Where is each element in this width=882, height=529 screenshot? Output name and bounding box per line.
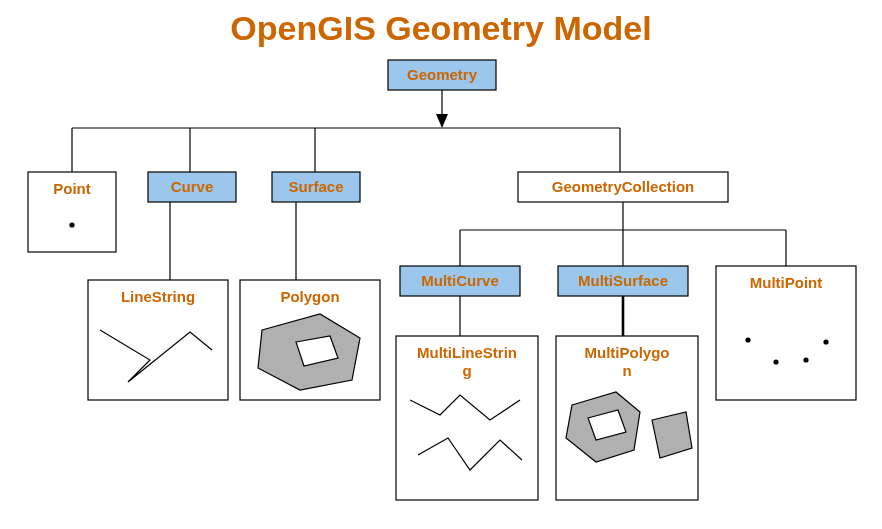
svg-point-4 bbox=[803, 357, 808, 362]
svg-point-3 bbox=[773, 359, 778, 364]
label-point: Point bbox=[53, 180, 91, 197]
label-multilinestring-1: MultiLineStrin bbox=[417, 344, 517, 361]
label-multilinestring-2: g bbox=[462, 362, 471, 379]
label-multicurve: MultiCurve bbox=[421, 272, 499, 289]
label-geometry: Geometry bbox=[407, 66, 478, 83]
svg-point-5 bbox=[823, 339, 828, 344]
svg-point-2 bbox=[745, 337, 750, 342]
point-dot-icon bbox=[69, 222, 74, 227]
diagram-title: OpenGIS Geometry Model bbox=[230, 9, 651, 47]
label-polygon: Polygon bbox=[280, 288, 339, 305]
arrowhead-icon bbox=[436, 114, 448, 128]
diagram-canvas: OpenGIS Geometry Model Geometry Point Cu… bbox=[0, 0, 882, 529]
label-multipolygon-2: n bbox=[622, 362, 631, 379]
label-multisurface: MultiSurface bbox=[578, 272, 668, 289]
label-surface: Surface bbox=[288, 178, 343, 195]
label-geometrycollection: GeometryCollection bbox=[552, 178, 695, 195]
label-linestring: LineString bbox=[121, 288, 195, 305]
label-multipolygon-1: MultiPolygo bbox=[585, 344, 670, 361]
label-multipoint: MultiPoint bbox=[750, 274, 822, 291]
label-curve: Curve bbox=[171, 178, 214, 195]
